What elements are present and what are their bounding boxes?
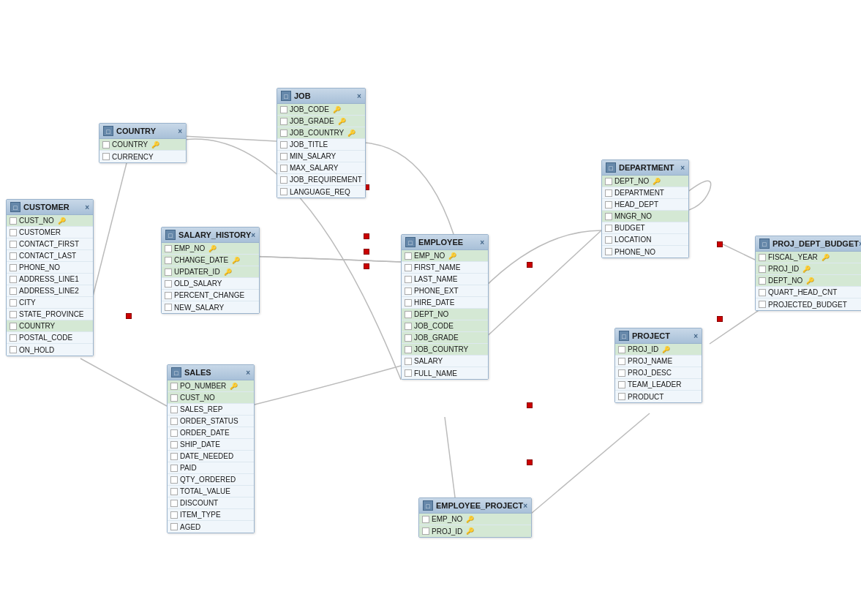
key-icon: 🔑 [448,252,456,260]
field-name: CHANGE_DATE [174,256,228,264]
key-icon: 🔑 [347,129,356,137]
table-customer[interactable]: □CUSTOMER×CUST_NO🔑CUSTOMERCONTACT_FIRSTC… [6,199,94,356]
key-icon: 🔑 [151,141,159,149]
table-header-employee[interactable]: □EMPLOYEE× [402,235,488,250]
table-header-department[interactable]: □DEPARTMENT× [602,160,688,176]
table-job[interactable]: □JOB×JOB_CODE🔑JOB_GRADE🔑JOB_COUNTRY🔑JOB_… [277,88,366,198]
close-button[interactable]: × [178,127,182,135]
connector-dot [364,249,369,255]
field-name: PROJECTED_BUDGET [768,301,847,309]
close-button[interactable]: × [480,238,484,247]
close-button[interactable]: × [523,502,527,510]
table-icon: □ [423,500,433,511]
field-checkbox [405,299,412,307]
table-row: ADDRESS_LINE2 [7,285,93,297]
field-name: BUDGET [614,224,645,232]
table-header-employee_project[interactable]: □EMPLOYEE_PROJECT× [419,498,531,514]
table-sales[interactable]: □SALES×PO_NUMBER🔑CUST_NOSALES_REPORDER_S… [167,364,255,533]
field-name: ADDRESS_LINE1 [19,275,79,283]
connector-dot [364,233,369,239]
field-name: EMP_NO [414,252,445,260]
table-row: OLD_SALARY [162,278,259,290]
field-name: FULL_NAME [414,369,457,378]
table-header-proj_dept_budget[interactable]: □PROJ_DEPT_BUDGET× [756,236,861,252]
field-name: ORDER_STATUS [180,417,238,425]
field-name: HIRE_DATE [414,298,454,307]
table-header-project[interactable]: □PROJECT× [615,328,702,344]
table-proj_dept_budget[interactable]: □PROJ_DEPT_BUDGET×FISCAL_YEAR🔑PROJ_ID🔑DE… [755,236,861,311]
table-row: HEAD_DEPT [602,199,688,211]
table-header-customer[interactable]: □CUSTOMER× [7,200,93,215]
table-department[interactable]: □DEPARTMENT×DEPT_NO🔑DEPARTMENTHEAD_DEPTM… [601,159,689,258]
field-checkbox [605,189,612,197]
connector-dot [717,316,723,322]
table-row: PERCENT_CHANGE [162,290,259,301]
connector-dot [364,263,369,269]
field-checkbox [280,118,287,125]
field-name: FISCAL_YEAR [768,253,818,261]
field-name: CURRENCY [112,153,154,161]
close-button[interactable]: × [680,164,685,172]
key-icon: 🔑 [466,527,474,535]
table-employee[interactable]: □EMPLOYEE×EMP_NO🔑FIRST_NAMELAST_NAMEPHON… [401,234,489,380]
table-header-salary_history[interactable]: □SALARY_HISTORY× [162,228,259,243]
table-row: TEAM_LEADER [615,379,702,391]
close-button[interactable]: × [85,203,89,211]
key-icon: 🔑 [58,217,66,225]
field-checkbox [405,276,412,283]
table-row: DATE_NEEDED [168,451,254,462]
field-checkbox [170,476,178,484]
field-checkbox [280,141,287,149]
field-checkbox [280,129,287,137]
key-icon: 🔑 [232,257,240,264]
field-name: ORDER_DATE [180,429,230,437]
field-name: JOB_CODE [414,322,454,330]
table-row: QTY_ORDERED [168,474,254,486]
table-header-sales[interactable]: □SALES× [168,365,254,380]
field-checkbox [280,165,287,172]
field-checkbox [10,217,17,225]
field-name: PRODUCT [628,393,663,401]
field-checkbox [405,264,412,271]
table-employee_project[interactable]: □EMPLOYEE_PROJECT×EMP_NO🔑PROJ_ID🔑 [418,497,532,538]
field-checkbox [165,280,172,288]
field-checkbox [170,429,178,437]
close-button[interactable]: × [693,332,698,340]
field-name: DEPT_NO [768,277,802,285]
field-name: PHONE_NO [614,248,655,256]
field-name: JOB_GRADE [414,334,459,342]
field-name: UPDATER_ID [174,268,220,276]
table-icon: □ [606,162,616,173]
field-name: JOB_COUNTRY [414,345,468,353]
table-header-country[interactable]: □COUNTRY× [99,124,186,139]
table-row: LANGUAGE_REQ [277,186,365,198]
table-title-proj_dept_budget: PROJ_DEPT_BUDGET [772,239,859,248]
table-header-job[interactable]: □JOB× [277,89,365,104]
field-name: LAST_NAME [414,275,457,283]
table-row: PROJ_ID🔑 [419,525,531,537]
field-checkbox [10,264,17,271]
field-checkbox [10,276,17,283]
field-name: CUST_NO [19,217,54,225]
close-button[interactable]: × [251,231,255,239]
table-project[interactable]: □PROJECT×PROJ_ID🔑PROJ_NAMEPROJ_DESCTEAM_… [614,328,702,403]
table-row: COUNTRY [7,320,93,332]
field-checkbox [170,465,178,472]
svg-line-2 [247,256,401,262]
table-row: DEPARTMENT [602,187,688,199]
field-checkbox [280,188,287,195]
field-name: LANGUAGE_REQ [290,188,350,196]
close-button[interactable]: × [246,369,250,377]
field-checkbox [405,288,412,295]
table-country[interactable]: □COUNTRY×COUNTRY🔑CURRENCY [99,123,187,163]
table-salary_history[interactable]: □SALARY_HISTORY×EMP_NO🔑CHANGE_DATE🔑UPDAT… [161,227,260,314]
connector-dot [527,402,533,408]
field-name: PO_NUMBER [180,382,226,390]
close-button[interactable]: × [357,92,361,100]
field-name: PROJ_ID [432,527,462,536]
key-icon: 🔑 [821,254,830,261]
table-row: ITEM_TYPE [168,509,254,521]
table-row: PROJ_NAME [615,356,702,367]
field-checkbox [170,488,178,495]
field-checkbox [10,299,17,307]
